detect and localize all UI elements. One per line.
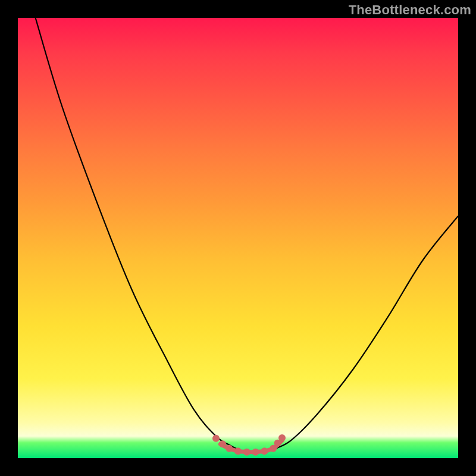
chart-container: TheBottleneck.com <box>0 0 476 476</box>
dip-markers <box>212 434 286 456</box>
curve-svg <box>18 18 458 458</box>
dip-marker <box>261 447 268 455</box>
curve-left-arm <box>36 18 238 449</box>
dip-marker <box>278 434 286 441</box>
dip-marker <box>252 449 259 456</box>
dip-marker <box>226 445 233 452</box>
dip-marker <box>212 435 220 442</box>
watermark-text: TheBottleneck.com <box>349 2 471 18</box>
curve-right-arm <box>273 216 458 449</box>
dip-marker <box>243 449 250 456</box>
dip-marker <box>219 440 226 447</box>
dip-marker <box>234 447 242 455</box>
plot-area <box>18 18 458 458</box>
